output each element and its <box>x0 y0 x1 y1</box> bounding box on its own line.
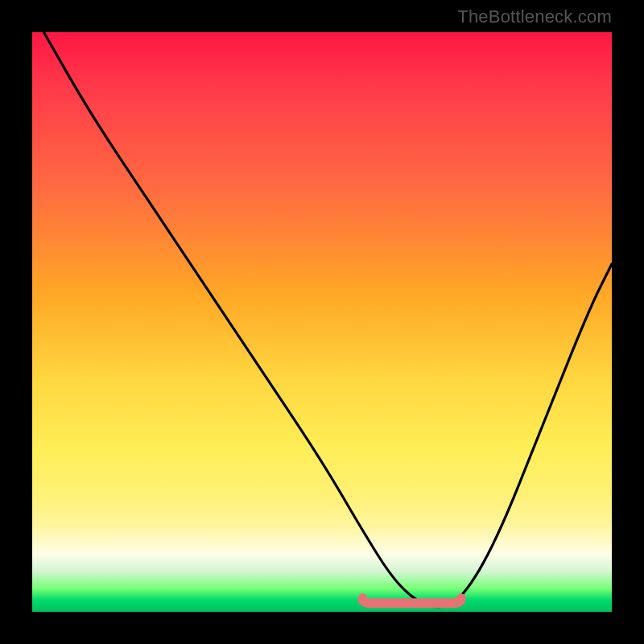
curve-svg <box>32 32 612 612</box>
chart-frame: TheBottleneck.com <box>0 0 644 644</box>
bottleneck-curve-path <box>43 32 612 607</box>
plot-area <box>32 32 612 612</box>
watermark-text: TheBottleneck.com <box>457 6 612 27</box>
optimal-region-marker <box>362 598 460 603</box>
